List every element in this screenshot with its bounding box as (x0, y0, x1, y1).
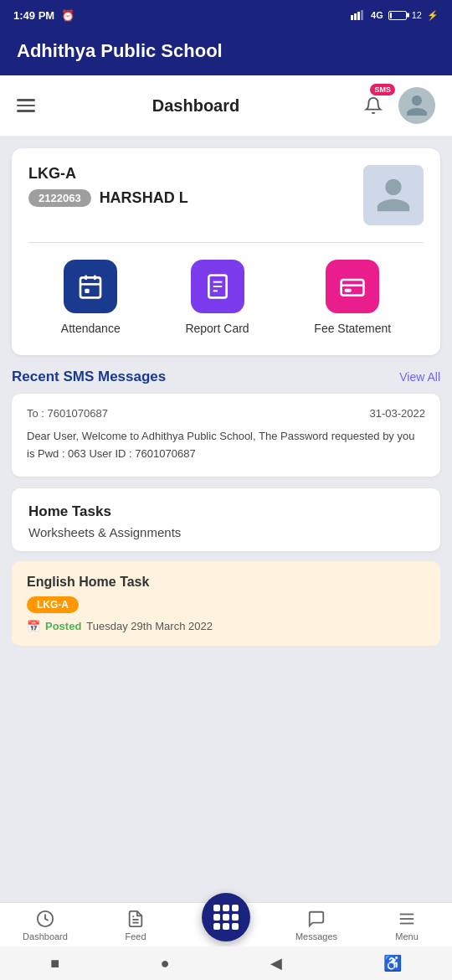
calendar-icon: 📅 (27, 620, 40, 632)
hamburger-line-2 (17, 105, 35, 107)
reportcard-label: Report Card (185, 322, 249, 335)
nav-messages[interactable]: Messages (271, 910, 362, 941)
sms-date: 31-03-2022 (370, 407, 426, 420)
svg-rect-1 (354, 13, 357, 20)
android-back-button[interactable]: ◀ (270, 954, 282, 972)
svg-rect-13 (342, 280, 364, 296)
feestatement-icon-bg (326, 260, 379, 313)
header-icons: SMS (357, 87, 435, 124)
dashboard-header: Dashboard SMS (0, 75, 452, 137)
svg-rect-3 (361, 10, 363, 20)
android-home-button[interactable]: ● (161, 955, 170, 972)
svg-rect-4 (80, 277, 100, 297)
dashboard-nav-icon (36, 910, 54, 928)
network-icon (351, 10, 366, 20)
reportcard-icon-bg (191, 260, 244, 313)
task-class-badge: LKG-A (27, 596, 79, 613)
sms-body-text: Dear User, Welcome to Adhithya Public Sc… (27, 428, 425, 463)
student-card: LKG-A 2122063 HARSHAD L (12, 148, 440, 355)
posted-date: Tuesday 29th March 2022 (86, 620, 213, 632)
clock-icon: ⏰ (61, 9, 74, 22)
hamburger-line-3 (17, 110, 35, 112)
svg-rect-8 (85, 289, 90, 293)
android-nav-bar: ■ ● ◀ ♿ (0, 946, 452, 980)
app-header: Adhithya Public School (0, 30, 452, 75)
nav-menu[interactable]: Menu (362, 910, 452, 941)
student-card-top: LKG-A 2122063 HARSHAD L (28, 165, 424, 225)
action-reportcard[interactable]: Report Card (185, 260, 249, 335)
student-avatar (363, 165, 424, 225)
menu-nav-icon (398, 910, 416, 928)
messages-nav-label: Messages (295, 931, 337, 941)
student-name: HARSHAD L (100, 189, 188, 207)
home-tasks-subtitle: Worksheets & Assignments (28, 525, 424, 539)
task-item[interactable]: English Home Task LKG-A 📅 Posted Tuesday… (12, 561, 440, 646)
attendance-label: Attendance (61, 322, 121, 335)
view-all-sms-link[interactable]: View All (399, 370, 440, 384)
app-title: Adhithya Public School (17, 40, 223, 61)
svg-rect-2 (357, 12, 360, 20)
home-tasks-card: Home Tasks Worksheets & Assignments (12, 488, 440, 551)
student-id-badge: 2122063 (28, 189, 91, 207)
bottom-nav: Dashboard Feed (0, 902, 452, 946)
nav-dashboard[interactable]: Dashboard (0, 910, 90, 941)
svg-rect-0 (351, 15, 353, 20)
recent-sms-title: Recent SMS Messages (12, 369, 166, 385)
sms-badge: SMS (370, 84, 395, 95)
menu-nav-label: Menu (395, 931, 419, 941)
dashboard-nav-label: Dashboard (23, 931, 68, 941)
status-bar: 1:49 PM ⏰ 4G 12 ⚡ (0, 0, 452, 30)
bell-container: SMS (357, 89, 390, 122)
hamburger-line-1 (17, 99, 35, 101)
charging-icon: ⚡ (427, 10, 439, 21)
network-label: 4G (371, 10, 383, 20)
sms-recipient: To : 7601070687 (27, 407, 108, 420)
sms-card: To : 7601070687 31-03-2022 Dear User, We… (12, 394, 440, 477)
student-info: LKG-A 2122063 HARSHAD L (28, 165, 363, 207)
quick-actions: Attendance Report Card (28, 260, 424, 335)
nav-feed[interactable]: Feed (90, 910, 181, 941)
messages-nav-icon (307, 910, 326, 928)
hamburger-menu-button[interactable] (17, 99, 35, 112)
android-accessibility-button[interactable]: ♿ (383, 954, 402, 972)
feestatement-label: Fee Statement (314, 322, 391, 335)
nav-home-center[interactable] (181, 910, 271, 941)
battery-percent: 12 (412, 10, 422, 20)
sms-card-top: To : 7601070687 31-03-2022 (27, 407, 425, 420)
android-stop-button[interactable]: ■ (50, 955, 59, 972)
battery-icon (388, 11, 407, 20)
user-avatar-button[interactable] (398, 87, 435, 124)
status-icons: 4G 12 ⚡ (351, 10, 439, 21)
status-time: 1:49 PM (13, 9, 54, 22)
feed-nav-icon (126, 910, 145, 928)
action-feestatement[interactable]: Fee Statement (314, 260, 391, 335)
task-posted-row: 📅 Posted Tuesday 29th March 2022 (27, 620, 425, 632)
dashboard-title: Dashboard (152, 96, 239, 116)
svg-rect-15 (345, 289, 352, 292)
class-label: LKG-A (28, 165, 363, 183)
home-center-button[interactable] (202, 893, 250, 941)
action-attendance[interactable]: Attendance (61, 260, 121, 335)
status-time-area: 1:49 PM ⏰ (13, 9, 74, 22)
home-tasks-title: Home Tasks (28, 503, 424, 520)
feed-nav-label: Feed (125, 931, 146, 941)
posted-label: Posted (45, 620, 81, 632)
recent-sms-section-header: Recent SMS Messages View All (0, 355, 452, 394)
task-title: English Home Task (27, 575, 425, 590)
grid-icon (212, 903, 240, 931)
card-divider (28, 242, 424, 243)
student-id-row: 2122063 HARSHAD L (28, 189, 363, 207)
attendance-icon-bg (64, 260, 117, 313)
